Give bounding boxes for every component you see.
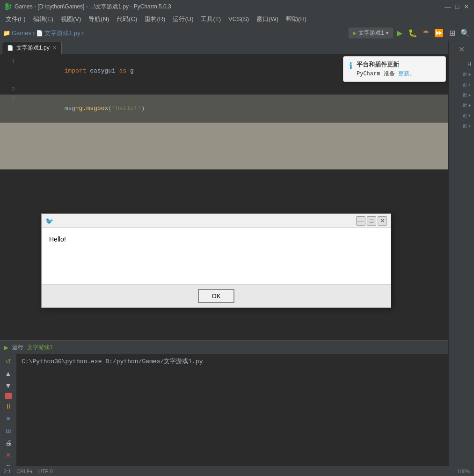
menu-run[interactable]: 运行(U)	[169, 14, 197, 24]
window-title: Games - [D:\python\Games] - ...\文字游戏1.py…	[15, 3, 442, 11]
run-output: C:\Python30\python.exe D:/python/Games/文…	[17, 354, 474, 476]
menu-edit[interactable]: 编辑(E)	[29, 14, 57, 24]
run-command-line: C:\Python30\python.exe D:/python/Games/文…	[22, 357, 469, 366]
toolbar: 📁 Games › 📄 文字游戏1.py › ▶ 文字游戏1 ▾ ▶ 🐛 ☂ ⏩…	[0, 25, 474, 41]
profile-button[interactable]: ⏩	[433, 27, 445, 39]
dialog-titlebar: 🐦 — □ ✕	[42, 214, 391, 228]
notification-content: 平台和插件更新 PyCharm 准备 更新。	[357, 60, 415, 78]
shortcut-6: ift +	[450, 122, 473, 130]
notification-icon: ℹ	[349, 60, 353, 72]
code-editor[interactable]: ℹ 平台和插件更新 PyCharm 准备 更新。 1 import easygu…	[0, 54, 474, 340]
dialog-body: Hello!	[42, 228, 391, 284]
code-line-2: 2	[0, 85, 474, 95]
notification-update-link[interactable]: 更新	[398, 71, 409, 77]
status-crlf: CRLF♦	[16, 469, 32, 474]
menu-navigate[interactable]: 导航(N)	[85, 14, 113, 24]
editor-tab-active[interactable]: 📄 文字游戏1.py ✕	[2, 42, 62, 54]
run-new-button[interactable]: ⊞	[3, 425, 14, 436]
tab-bar: 📄 文字游戏1.py ✕	[0, 41, 474, 54]
run-layout-button[interactable]: ≡	[3, 413, 14, 424]
maximize-button[interactable]: □	[453, 3, 461, 10]
right-shortcuts-panel: ✕ H ift + ift + ift + ift + ift + ift +	[448, 41, 474, 466]
breadcrumb-file[interactable]: 📄 文字游戏1.py	[36, 29, 80, 37]
run-panel: ▶ 运行 文字游戏1 ⚙ ↓ ↺ ▲ ▼ ⏸ ≡ ⊞ 🖨 ✕	[0, 340, 474, 476]
dialog-minimize-button[interactable]: —	[356, 216, 365, 226]
run-print-button[interactable]: 🖨	[3, 438, 14, 448]
breadcrumb-root[interactable]: 📁 Games	[3, 29, 31, 37]
run-config-selector[interactable]: ▶ 文字游戏1 ▾	[349, 28, 393, 38]
close-shortcuts-button[interactable]: ✕	[459, 45, 465, 54]
menu-file[interactable]: 文件(F)	[2, 14, 29, 24]
coverage-button[interactable]: ☂	[420, 27, 432, 39]
dialog-ok-button[interactable]: OK	[198, 289, 235, 303]
editor-section: 📄 文字游戏1.py ✕ ℹ 平台和插件更新 PyCharm 准备 更新。	[0, 41, 474, 340]
breadcrumb: 📁 Games › 📄 文字游戏1.py ›	[3, 29, 348, 37]
shortcut-3: ift +	[450, 91, 473, 99]
dialog-message: Hello!	[49, 235, 66, 243]
dialog-maximize-button[interactable]: □	[367, 216, 376, 226]
menu-bar: 文件(F) 编辑(E) 视图(V) 导航(N) 代码(C) 重构(R) 运行(U…	[0, 13, 474, 25]
debug-button[interactable]: 🐛	[407, 27, 419, 39]
status-extra: 100%	[457, 469, 470, 474]
run-pause-button[interactable]: ⏸	[3, 401, 14, 411]
main-layout: 📄 文字游戏1.py ✕ ℹ 平台和插件更新 PyCharm 准备 更新。	[0, 41, 474, 476]
menu-help[interactable]: 帮助(H)	[282, 14, 310, 24]
menu-tools[interactable]: 工具(T)	[197, 14, 225, 24]
run-button[interactable]: ▶	[394, 27, 406, 39]
notification-popup: ℹ 平台和插件更新 PyCharm 准备 更新。	[343, 56, 446, 82]
dialog-footer: OK	[42, 284, 391, 308]
run-content: ↺ ▲ ▼ ⏸ ≡ ⊞ 🖨 ✕ ? C:\Python30\python.exe…	[0, 354, 474, 476]
run-header-run-icon: ▶	[4, 344, 8, 351]
code-line-3: 3 msg=g.msgbox('Hello!')	[0, 95, 474, 123]
menu-vcs[interactable]: VCS(S)	[225, 15, 253, 23]
run-panel-header: ▶ 运行 文字游戏1 ⚙ ↓	[0, 341, 474, 354]
menu-view[interactable]: 视图(V)	[57, 14, 85, 24]
dialog-title-icon: 🐦	[45, 217, 53, 225]
close-button[interactable]: ✕	[463, 3, 470, 10]
run-stop-button[interactable]	[5, 393, 12, 399]
menu-refactor[interactable]: 重构(R)	[141, 14, 169, 24]
build-button[interactable]: ⊞	[446, 27, 458, 39]
status-encoding: UTF-8	[38, 469, 53, 474]
tab-close-icon[interactable]: ✕	[52, 45, 57, 51]
shortcut-4: ift +	[450, 102, 473, 109]
app-icon: 🐉	[4, 3, 12, 10]
run-restart-button[interactable]: ↺	[3, 356, 14, 366]
breadcrumb-sep2: ›	[82, 29, 84, 37]
search-button[interactable]: 🔍	[459, 27, 471, 39]
shortcut-h: H	[450, 60, 473, 68]
menu-window[interactable]: 窗口(W)	[253, 14, 282, 24]
status-position: 2:1	[4, 469, 11, 474]
breadcrumb-sep1: ›	[33, 29, 35, 37]
code-line-4	[0, 123, 474, 169]
menu-code[interactable]: 代码(C)	[113, 14, 141, 24]
notification-body: PyCharm 准备 更新。	[357, 70, 415, 78]
dialog-close-button[interactable]: ✕	[378, 216, 387, 226]
run-scroll-up-button[interactable]: ▲	[3, 368, 14, 379]
shortcut-2: ift +	[450, 81, 473, 88]
notification-title: 平台和插件更新	[357, 60, 415, 69]
shortcut-1: ift +	[450, 71, 473, 78]
run-panel-toolbar: ↺ ▲ ▼ ⏸ ≡ ⊞ 🖨 ✕ ?	[0, 354, 17, 476]
run-close-x-button[interactable]: ✕	[3, 450, 14, 460]
shortcut-5: ift +	[450, 112, 473, 119]
title-bar: 🐉 Games - [D:\python\Games] - ...\文字游戏1.…	[0, 0, 474, 13]
minimize-button[interactable]: —	[444, 3, 452, 10]
msgbox-dialog: 🐦 — □ ✕ Hello! OK	[41, 213, 391, 308]
run-scroll-down-btn[interactable]: ▼	[3, 381, 14, 391]
status-bar: 2:1 CRLF♦ UTF-8 100%	[0, 466, 474, 476]
